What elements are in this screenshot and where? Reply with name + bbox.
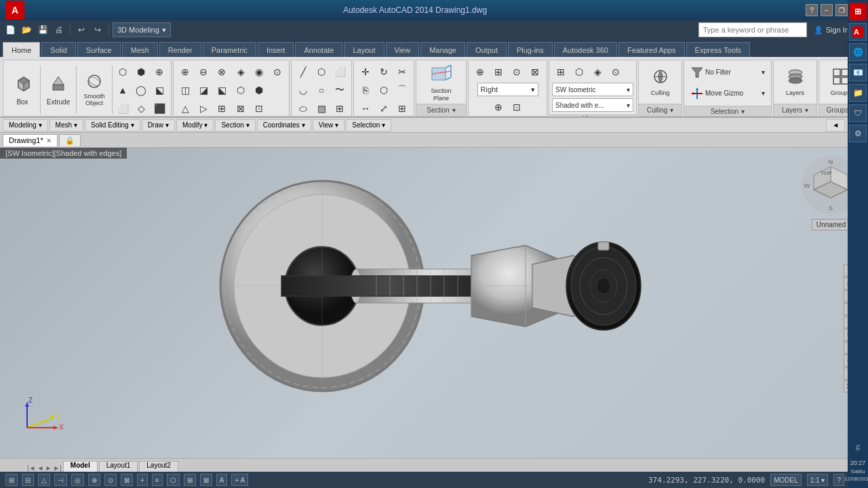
se5[interactable]: ◪ [195,81,212,99]
culling-button[interactable]: Culling [644,63,677,101]
tab-output[interactable]: Output [467,42,507,57]
model-space-button[interactable]: MODEL [770,474,802,486]
sw-isometric-dropdown[interactable]: SW Isometric ▾ [552,83,633,96]
tab-view[interactable]: View [386,42,420,57]
trim-button[interactable]: ✂ [393,63,411,81]
se11[interactable]: ◉ [250,63,268,81]
coord-icon2[interactable]: ⊞ [490,63,507,81]
layout2-tab[interactable]: Layout2 [139,461,178,472]
workspace-selector[interactable]: 3D Modeling ▾ [113,22,171,37]
tab-surface[interactable]: Surface [77,42,121,57]
tab-annotate[interactable]: Annotate [295,42,342,57]
status-otrack-button[interactable]: ⊙ [104,474,117,486]
layout-nav-last[interactable]: ►| [53,464,62,472]
status-ducs-button[interactable]: ⊠ [121,474,133,486]
se10[interactable]: ◈ [232,63,250,81]
fillet-button[interactable]: ⌒ [393,81,411,99]
file-tab-icon[interactable]: 🔒 [59,134,81,146]
se2[interactable]: ⊖ [195,63,212,81]
stretch-button[interactable]: ↔ [357,100,374,117]
win-taskbar-btn4[interactable]: 🛡 [849,104,867,122]
selection-group-btn[interactable]: Selection ▾ [346,119,391,131]
status-sel-button[interactable]: ⊠ [200,474,212,486]
no-filter-button[interactable]: No Filter ▾ [687,63,768,82]
se7[interactable]: △ [176,100,194,117]
move-gizmo-button[interactable]: Move Gizmo ▾ [687,84,768,103]
ribbon-arrow-left[interactable]: ◄ [826,119,845,131]
coord-icon4[interactable]: ⊠ [526,63,544,81]
region-button[interactable]: ⊞ [331,100,349,117]
file-tab-drawing1[interactable]: Drawing1* ✕ [3,134,58,146]
tool5-button[interactable]: ◯ [132,81,150,99]
view-group-btn[interactable]: View ▾ [313,119,345,131]
se9[interactable]: ⊞ [213,100,231,117]
se15[interactable]: ⊠ [232,100,250,117]
box-button[interactable]: Box [6,71,39,109]
status-ann-button[interactable]: A [216,474,228,486]
windows-start-button[interactable]: ⊞ [849,3,867,20]
se6[interactable]: ⬕ [213,81,231,99]
arc-button[interactable]: ◡ [294,81,312,99]
section-panel-label[interactable]: Section ▾ [416,104,466,116]
search-input[interactable] [698,22,807,37]
scale-button[interactable]: ⤢ [375,100,393,117]
coord-icon5[interactable]: ⊕ [490,98,507,116]
se3[interactable]: ⊗ [213,63,231,81]
tab-close-button[interactable]: ✕ [46,137,52,144]
shaded-dropdown[interactable]: Shaded with e... ▾ [552,98,633,112]
status-grid-button[interactable]: ⊟ [22,474,34,486]
tool6-button[interactable]: ⬕ [151,81,168,99]
se14[interactable]: ⬢ [250,81,268,99]
status-snap-button[interactable]: △ [38,474,50,486]
model-tab[interactable]: Model [63,461,98,472]
mesh-group-btn[interactable]: Mesh ▾ [50,119,83,131]
status-ortho-button[interactable]: ⊣ [54,474,67,486]
section-group-btn[interactable]: Section ▾ [215,119,255,131]
modify-group-btn[interactable]: Modify ▾ [176,119,214,131]
modeling-group-btn[interactable]: Modeling ▾ [3,119,48,131]
status-polar-button[interactable]: ◎ [71,474,84,486]
view-icon1[interactable]: ⊞ [552,63,570,81]
mirror-button[interactable]: ⬡ [375,81,393,99]
qat-new-button[interactable]: 📄 [3,22,18,37]
copy-button[interactable]: ⎘ [357,81,374,99]
viewport[interactable]: [SW Isometric][Shaded with edges] [0,148,868,458]
move-button[interactable]: ✛ [357,63,374,81]
coordinates-view-dropdown[interactable]: Right ▾ [477,83,538,96]
coord-icon3[interactable]: ⊙ [508,63,526,81]
tab-solid[interactable]: Solid [41,42,75,57]
tab-featured[interactable]: Featured Apps [618,42,685,57]
tab-render[interactable]: Render [159,42,201,57]
se16[interactable]: ⊡ [250,100,268,117]
win-taskbar-btn1[interactable]: 🌐 [849,43,867,61]
win-taskbar-btn5[interactable]: ⚙ [849,125,867,142]
hatch-button[interactable]: ▨ [313,100,330,117]
view-icon2[interactable]: ⬡ [570,63,588,81]
status-dyn-button[interactable]: + [137,474,148,486]
line-button[interactable]: ╱ [294,63,312,81]
poly-button[interactable]: ⬡ [313,63,330,81]
coord-icon6[interactable]: ⊡ [508,98,526,116]
restore-button[interactable]: ❐ [835,4,848,16]
tool8-button[interactable]: ◇ [132,100,150,117]
layout-nav-prev[interactable]: ◄ [37,464,44,472]
status-osnap-button[interactable]: ⊕ [88,474,100,486]
tool4-button[interactable]: ▲ [114,81,132,99]
qat-print-button[interactable]: 🖨 [52,22,66,37]
tool3-button[interactable]: ⊕ [151,63,168,81]
se1[interactable]: ⊕ [176,63,194,81]
status-anno-scale[interactable]: + A [231,474,248,486]
qat-save-button[interactable]: 💾 [35,22,50,37]
status-lweight-button[interactable]: ≡ [152,474,163,486]
smooth-object-button[interactable]: SmoothObject [78,71,111,109]
layout-nav-next[interactable]: ► [45,464,52,472]
solid-editing-group-btn[interactable]: Solid Editing ▾ [85,119,140,131]
status-qp-button[interactable]: ⊞ [184,474,196,486]
se4[interactable]: ◫ [176,81,194,99]
tool7-button[interactable]: ⬜ [114,100,132,117]
status-tspace-button[interactable]: ⬡ [167,474,180,486]
tab-home[interactable]: Home [3,42,40,57]
system-clock[interactable]: 20:27 Sabtu 12/08/2017 [843,456,868,485]
layers-panel-label[interactable]: Layers ▾ [774,104,816,116]
culling-panel-label[interactable]: Culling ▾ [639,104,682,116]
